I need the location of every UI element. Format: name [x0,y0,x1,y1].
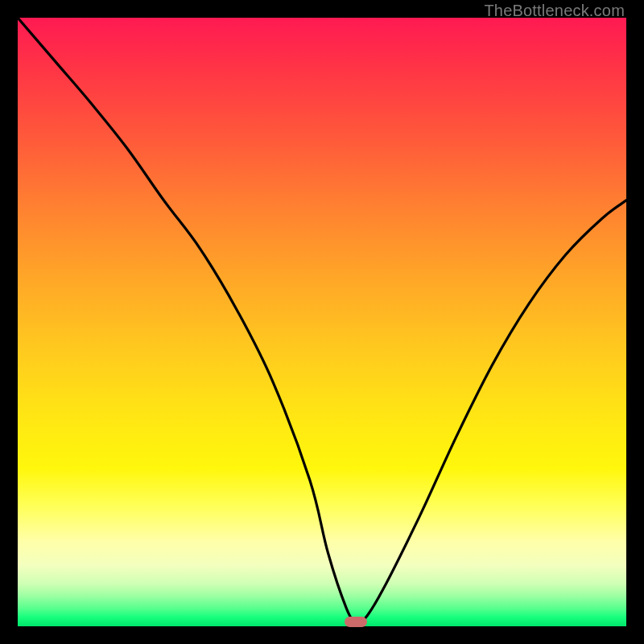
bottleneck-curve [18,18,626,626]
chart-plot-area [18,18,626,626]
watermark-text: TheBottleneck.com [484,2,625,20]
optimal-point-marker [345,617,367,627]
chart-frame: TheBottleneck.com [0,0,644,644]
